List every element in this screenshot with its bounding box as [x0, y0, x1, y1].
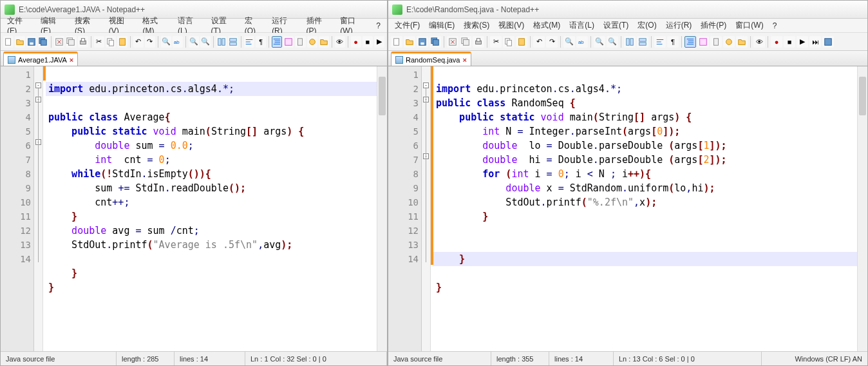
fold-margin[interactable]: - - -	[422, 66, 431, 351]
new-file-icon[interactable]	[391, 36, 402, 48]
fold-box-icon[interactable]: -	[35, 82, 41, 88]
window-title: E:\code\RandomSeq.java - Notepad++	[406, 5, 539, 14]
tab-average1[interactable]: Average1.JAVA ×	[3, 52, 78, 66]
close-icon[interactable]	[447, 36, 458, 48]
sync-v-icon[interactable]	[624, 36, 636, 48]
svg-rect-18	[285, 38, 292, 45]
fold-box-icon[interactable]: -	[423, 82, 429, 88]
menu-view[interactable]: 视图(V)	[495, 19, 528, 32]
monitor-icon[interactable]: 👁	[335, 36, 345, 48]
menu-format[interactable]: 格式(M)	[529, 19, 564, 32]
zoom-in-icon[interactable]: 🔍	[189, 36, 199, 48]
replace-icon[interactable]: ab	[173, 36, 183, 48]
menu-edit[interactable]: 编辑(E)	[425, 19, 458, 32]
menu-run[interactable]: 运行(R)	[662, 19, 696, 32]
new-file-icon[interactable]	[3, 36, 14, 48]
toolbar-separator	[681, 36, 682, 48]
sync-h-icon[interactable]	[228, 36, 238, 48]
show-all-chars-icon[interactable]: ¶	[667, 36, 679, 48]
svg-rect-23	[420, 42, 424, 44]
menu-help[interactable]: ?	[372, 20, 384, 32]
cut-icon[interactable]: ✂	[490, 36, 502, 48]
open-file-icon[interactable]	[404, 36, 415, 48]
save-macro-icon[interactable]	[822, 36, 834, 48]
paste-icon[interactable]	[117, 36, 127, 48]
close-icon[interactable]	[54, 36, 64, 48]
find-icon[interactable]: 🔍	[161, 36, 171, 48]
code-area[interactable]: import edu.princeton.cs.algs4.*; public …	[433, 66, 867, 351]
play-icon[interactable]: ▶	[797, 36, 808, 48]
undo-icon[interactable]: ↶	[533, 36, 545, 48]
find-icon[interactable]: 🔍	[563, 36, 575, 48]
record-icon[interactable]: ●	[351, 36, 361, 48]
svg-rect-12	[119, 38, 125, 45]
code-area[interactable]: import edu.princeton.cs.algs4.*; public …	[46, 66, 387, 351]
show-all-chars-icon[interactable]: ¶	[256, 36, 266, 48]
tab-close-icon[interactable]: ×	[462, 56, 466, 64]
zoom-out-icon[interactable]: 🔍	[200, 36, 211, 48]
titlebar-right[interactable]: E:\code\RandomSeq.java - Notepad++	[388, 1, 867, 19]
redo-icon[interactable]: ↷	[546, 36, 558, 48]
play-multi-icon[interactable]: ⏭	[809, 36, 821, 48]
undo-icon[interactable]: ↶	[133, 36, 144, 48]
wrap-icon[interactable]	[244, 36, 254, 48]
save-all-icon[interactable]	[429, 36, 441, 48]
save-icon[interactable]	[26, 36, 37, 48]
menu-search[interactable]: 搜索(S)	[460, 19, 493, 32]
vertical-scrollbar[interactable]	[377, 66, 387, 351]
wrap-icon[interactable]	[654, 36, 666, 48]
svg-rect-25	[433, 39, 439, 45]
svg-text:ab: ab	[174, 39, 180, 44]
copy-icon[interactable]	[503, 36, 514, 48]
print-icon[interactable]	[78, 36, 88, 48]
statusbar-left: Java source file length : 285 lines : 14…	[1, 351, 387, 365]
redo-icon[interactable]: ↷	[145, 36, 155, 48]
zoom-in-icon[interactable]: 🔍	[594, 36, 605, 48]
sync-h-icon[interactable]	[637, 36, 648, 48]
save-all-icon[interactable]	[38, 36, 48, 48]
status-filetype: Java source file	[388, 352, 491, 365]
toolbar-left: ✂ ↶ ↷ 🔍 ab 🔍 🔍 ¶ 👁 ● ■ ▶	[1, 33, 387, 51]
vertical-scrollbar[interactable]	[857, 66, 867, 351]
paste-icon[interactable]	[516, 36, 527, 48]
menu-plugins[interactable]: 插件(P)	[697, 19, 730, 32]
menu-window[interactable]: 窗口(W)	[731, 19, 767, 32]
tab-randomseq[interactable]: RandomSeq.java ×	[391, 52, 471, 66]
func-list-icon[interactable]	[307, 36, 317, 48]
stop-icon[interactable]: ■	[363, 36, 373, 48]
close-all-icon[interactable]	[66, 36, 76, 48]
menu-help[interactable]: ?	[769, 20, 781, 32]
func-list-icon[interactable]	[723, 36, 735, 48]
save-icon[interactable]	[417, 36, 428, 48]
folder-icon[interactable]	[736, 36, 748, 48]
print-icon[interactable]	[473, 36, 484, 48]
monitor-icon[interactable]: 👁	[753, 36, 765, 48]
editor-left[interactable]: 1234567891011121314 - - - import edu.pri…	[1, 66, 387, 351]
doc-map-icon[interactable]	[710, 36, 722, 48]
menubar-right: 文件(F) 编辑(E) 搜索(S) 视图(V) 格式(M) 语言(L) 设置(T…	[388, 19, 867, 33]
menu-settings[interactable]: 设置(T)	[599, 19, 632, 32]
close-all-icon[interactable]	[460, 36, 471, 48]
user-lang-icon[interactable]	[697, 36, 709, 48]
menu-file[interactable]: 文件(F)	[391, 19, 424, 32]
stop-icon[interactable]: ■	[784, 36, 795, 48]
zoom-out-icon[interactable]: 🔍	[607, 36, 618, 48]
cut-icon[interactable]: ✂	[94, 36, 104, 48]
menu-language[interactable]: 语言(L)	[565, 19, 598, 32]
fold-margin[interactable]: - - -	[34, 66, 43, 351]
copy-icon[interactable]	[106, 36, 116, 48]
indent-guide-icon[interactable]	[272, 36, 282, 48]
open-file-icon[interactable]	[15, 36, 25, 48]
indent-guide-icon[interactable]	[684, 36, 696, 48]
doc-map-icon[interactable]	[295, 36, 305, 48]
menu-macro[interactable]: 宏(O)	[634, 19, 660, 32]
tab-close-icon[interactable]: ×	[70, 56, 73, 64]
play-icon[interactable]: ▶	[374, 36, 384, 48]
svg-rect-16	[230, 38, 237, 41]
replace-icon[interactable]: ab	[576, 36, 588, 48]
folder-icon[interactable]	[319, 36, 329, 48]
sync-v-icon[interactable]	[216, 36, 227, 48]
record-icon[interactable]: ●	[771, 36, 782, 48]
user-lang-icon[interactable]	[283, 36, 294, 48]
editor-right[interactable]: 1234567891011121314 - - - import edu.pri…	[388, 66, 867, 351]
